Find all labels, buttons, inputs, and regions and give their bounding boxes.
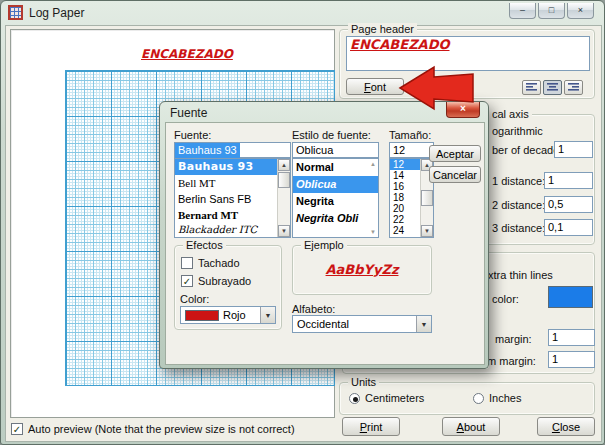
app-grid-icon xyxy=(8,5,23,20)
style-list[interactable]: Normal Oblicua Negrita Negrita Obli ▲ ▼ xyxy=(292,158,379,238)
maximize-button[interactable]: □ xyxy=(538,3,565,19)
alphabet-combobox[interactable]: Occidental ▼ xyxy=(292,315,432,333)
auto-preview-label: Auto preview (Note that the preview size… xyxy=(28,423,295,435)
distance1-label: 1 distance: xyxy=(492,175,545,187)
sample-group-label: Ejemplo xyxy=(301,239,347,252)
minimize-icon: – xyxy=(520,5,525,15)
distance3-label: 3 distance: xyxy=(492,222,545,234)
style-list-item[interactable]: Negrita Obli xyxy=(293,210,378,227)
close-icon: × xyxy=(578,5,583,15)
sample-group: Ejemplo AaBbYyZz xyxy=(292,245,432,295)
margin1-input[interactable]: 1 xyxy=(548,329,595,346)
red-arrow-annotation xyxy=(397,64,475,112)
font-list-item[interactable]: Blackadder ITC xyxy=(175,223,290,237)
scrollbar-thumb[interactable] xyxy=(421,190,433,206)
effects-group-label: Efectos xyxy=(183,239,226,252)
radio-circle xyxy=(473,393,484,404)
about-button[interactable]: About xyxy=(442,417,500,436)
font-name-input[interactable]: Bauhaus 93 xyxy=(174,142,291,158)
font-dialog-title: Fuente xyxy=(170,106,207,120)
underline-checkbox[interactable]: ✓ Subrayado xyxy=(181,275,251,287)
color-combobox[interactable]: Rojo ▼ xyxy=(180,306,276,324)
distance3-input[interactable]: 0,1 xyxy=(544,219,593,236)
sample-text: AaBbYyZz xyxy=(293,262,431,277)
font-list-item[interactable]: Berlin Sans FB xyxy=(175,191,290,207)
decades-input[interactable]: 1 xyxy=(554,141,593,158)
cancelar-button[interactable]: Cancelar xyxy=(429,166,481,183)
strikeout-label: Tachado xyxy=(198,257,240,269)
chevron-down-icon[interactable]: ▼ xyxy=(416,316,431,332)
margin1-label: margin: xyxy=(495,333,532,345)
distance1-input[interactable]: 1 xyxy=(544,172,593,189)
scroll-up-icon: ▲ xyxy=(370,161,376,167)
color-value: Rojo xyxy=(223,309,246,321)
logarithmic-label: ogarithmic xyxy=(492,125,543,137)
centimeters-label: Centimeters xyxy=(365,392,424,404)
scrollbar-thumb[interactable] xyxy=(278,172,290,188)
style-list-item[interactable]: Negrita xyxy=(293,193,378,210)
page-header-text: ENCABEZADO xyxy=(350,37,449,52)
font-list-item[interactable]: Bernard MT xyxy=(175,207,290,223)
distance2-label: 2 distance: xyxy=(492,199,545,211)
align-center-icon xyxy=(546,82,559,93)
strikeout-checkbox[interactable]: Tachado xyxy=(181,257,240,269)
line-color-label: color: xyxy=(492,293,519,305)
align-left-button[interactable] xyxy=(522,80,541,95)
checkbox-check-icon: ✓ xyxy=(181,275,193,287)
effects-group: Efectos Tachado ✓ Subrayado Color: Rojo … xyxy=(174,245,282,330)
color-red-swatch xyxy=(185,310,219,321)
auto-preview-checkbox[interactable]: ✓ Auto preview (Note that the preview si… xyxy=(11,423,295,435)
scroll-down-icon[interactable]: ▼ xyxy=(278,225,290,237)
extra-thin-lines-label: xtra thin lines xyxy=(488,269,553,281)
font-name-selected-text: Bauhaus 93 xyxy=(175,143,240,158)
units-group-label: Units xyxy=(348,376,379,389)
align-right-icon xyxy=(567,82,580,93)
size-input[interactable]: 12 xyxy=(389,142,434,158)
font-list-item[interactable]: Bell MT xyxy=(175,175,290,191)
radio-inches[interactable]: Inches xyxy=(473,392,521,404)
alphabet-label: Alfabeto: xyxy=(292,303,335,315)
font-list-scrollbar[interactable]: ▲ ▼ xyxy=(277,159,290,237)
line-color-swatch[interactable] xyxy=(548,286,593,308)
preview-header-text: ENCABEZADO xyxy=(141,47,233,61)
minimize-button[interactable]: – xyxy=(509,3,536,19)
margin2-input[interactable]: 1 xyxy=(548,351,595,368)
close-button[interactable]: × xyxy=(567,3,594,19)
window-title: Log Paper xyxy=(29,6,84,20)
size-list-item[interactable]: 12 xyxy=(390,159,421,170)
color-label: Color: xyxy=(180,293,209,305)
radio-circle xyxy=(349,393,360,404)
style-label: Estilo de fuente: xyxy=(292,129,371,141)
align-left-icon xyxy=(525,82,538,93)
style-list-item[interactable]: Normal xyxy=(293,159,378,176)
underline-label: Subrayado xyxy=(198,275,251,287)
scroll-down-icon[interactable]: ▼ xyxy=(421,225,433,237)
margin2-label: m margin: xyxy=(487,355,536,367)
alphabet-value: Occidental xyxy=(293,318,349,330)
distance2-input[interactable]: 0,5 xyxy=(544,196,593,213)
align-right-button[interactable] xyxy=(564,80,583,95)
font-button[interactable]: Font xyxy=(346,78,404,95)
font-dialog: Fuente × Fuente: Bauhaus 93 Bauhaus 93 B… xyxy=(159,101,489,369)
vertical-axis-group-label: cal axis xyxy=(489,108,532,121)
font-list[interactable]: Bauhaus 93 Bell MT Berlin Sans FB Bernar… xyxy=(174,158,291,238)
font-list-item[interactable]: Bauhaus 93 xyxy=(175,159,290,175)
title-bar[interactable]: Log Paper – □ × xyxy=(1,1,604,25)
print-button[interactable]: Print xyxy=(342,417,400,436)
checkbox-check-icon: ✓ xyxy=(11,423,23,435)
size-list[interactable]: 12 14 16 18 20 22 24 ▲ ▼ xyxy=(389,158,434,238)
radio-centimeters[interactable]: Centimeters xyxy=(349,392,424,404)
scroll-up-icon[interactable]: ▲ xyxy=(278,159,290,171)
style-input[interactable]: Oblicua xyxy=(292,142,379,158)
chevron-down-icon[interactable]: ▼ xyxy=(260,307,275,323)
close-dialog-button[interactable]: Close xyxy=(537,417,595,436)
inches-label: Inches xyxy=(489,392,521,404)
maximize-icon: □ xyxy=(549,5,554,15)
style-list-item[interactable]: Oblicua xyxy=(293,176,378,193)
align-center-button[interactable] xyxy=(543,80,562,95)
log-paper-window: Log Paper – □ × ENCABEZADO Page header E… xyxy=(0,0,605,445)
units-group: Units Centimeters Inches xyxy=(339,382,595,415)
page-header-group-label: Page header xyxy=(348,23,417,36)
aceptar-button[interactable]: Aceptar xyxy=(429,145,481,162)
size-label: Tamaño: xyxy=(389,129,431,141)
